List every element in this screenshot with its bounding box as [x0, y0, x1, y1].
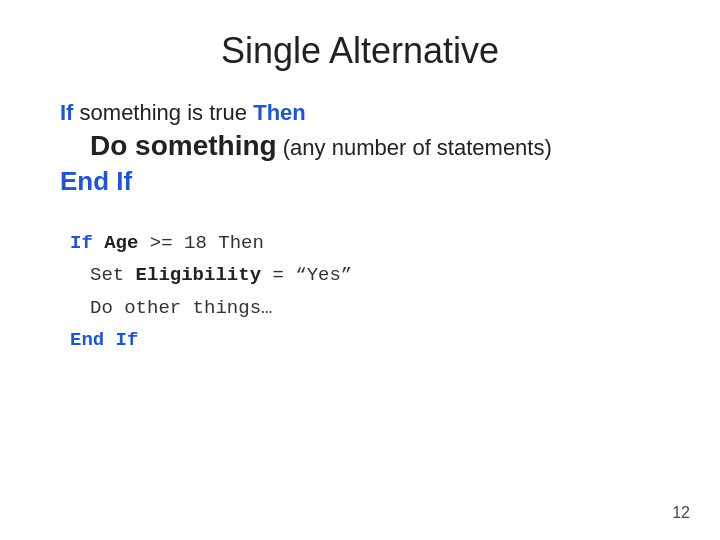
- code-line-2: Set Eligibility = “Yes”: [70, 259, 660, 291]
- syntax-line1-rest: something is true: [73, 100, 253, 125]
- code-do-other: Do other things…: [90, 297, 272, 319]
- code-line-4: End If: [70, 324, 660, 356]
- then-keyword-1: Then: [253, 100, 306, 125]
- code-line-3: Do other things…: [70, 292, 660, 324]
- code-line1-rest: >= 18 Then: [138, 232, 263, 254]
- code-eligibility-var: Eligibility: [136, 264, 261, 286]
- syntax-line1: If something is true Then: [60, 100, 660, 126]
- slide-title: Single Alternative: [60, 30, 660, 72]
- syntax-line2-rest: (any number of statements): [277, 135, 552, 160]
- syntax-line2: Do something (any number of statements): [60, 130, 660, 162]
- syntax-section: If something is true Then Do something (…: [60, 100, 660, 197]
- syntax-line3: End If: [60, 166, 660, 197]
- slide: Single Alternative If something is true …: [0, 0, 720, 540]
- code-example: If Age >= 18 Then Set Eligibility = “Yes…: [60, 227, 660, 356]
- page-number: 12: [672, 504, 690, 522]
- code-if-keyword: If: [70, 232, 104, 254]
- if-keyword-1: If: [60, 100, 73, 125]
- code-end-if: End If: [70, 329, 138, 351]
- code-line-1: If Age >= 18 Then: [70, 227, 660, 259]
- end-if-text: End If: [60, 166, 132, 196]
- code-age-var: Age: [104, 232, 138, 254]
- code-line2-rest: = “Yes”: [261, 264, 352, 286]
- do-something-text: Do something: [90, 130, 277, 161]
- code-set-text: Set: [90, 264, 136, 286]
